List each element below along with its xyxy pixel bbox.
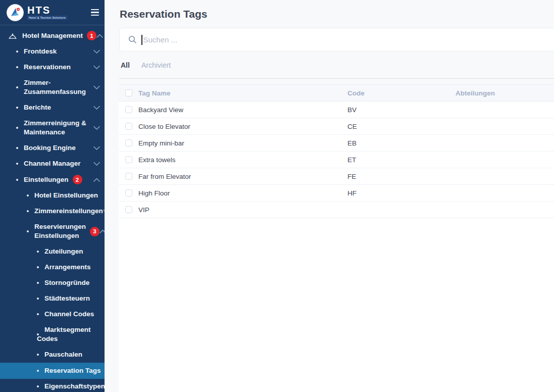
tags-table: Tag Name Code Abteilungen Backyard ViewB… [119, 84, 554, 392]
sidebar-item-label: MarktsegmentCodes [44, 325, 91, 344]
sidebar-item-zimmerreinigung-maintenance[interactable]: Zimmerreinigung &Maintenance [0, 116, 105, 140]
sidebar-item-arrangements[interactable]: Arrangements [0, 260, 105, 275]
chevron-down-icon [93, 50, 100, 54]
bullet-icon [16, 147, 18, 149]
sidebar-item-berichte[interactable]: Berichte [0, 100, 105, 116]
sidebar-item-label: Zimmereinstellungen [34, 207, 103, 216]
row-checkbox[interactable] [125, 106, 132, 113]
table-row[interactable]: Far from ElevatorFE [119, 168, 554, 185]
table-row[interactable]: Backyard ViewBV [119, 102, 554, 118]
row-checkbox-cell [119, 173, 138, 180]
table-row[interactable]: Close to ElevatorCE [119, 118, 554, 135]
sidebar-item-label: Frontdesk [24, 47, 57, 56]
notification-badge: 3 [90, 227, 99, 236]
tab-all[interactable]: All [121, 61, 130, 70]
chevron-up-icon [93, 178, 100, 182]
sidebar-item-zuteilungen[interactable]: Zuteilungen [0, 244, 105, 260]
row-checkbox[interactable] [125, 123, 132, 130]
bullet-icon [37, 266, 39, 268]
sidebar-item-label: ReservierungenEinstellungen [34, 222, 86, 240]
chevron-down-icon [93, 65, 100, 69]
row-checkbox[interactable] [125, 206, 132, 213]
sidebar-item-zimmereinstellungen[interactable]: Zimmereinstellungen [0, 204, 105, 219]
bullet-icon [27, 230, 29, 232]
sidebar: HTS Hotel & Tourism Solutions Hotel Mana… [0, 0, 105, 392]
sidebar-item-reservierungen-einstellungen[interactable]: ReservierungenEinstellungen3 [0, 219, 105, 244]
header-checkbox-cell [119, 89, 138, 96]
sidebar-item-eigenschaftstypen[interactable]: Eigenschaftstypen [0, 379, 105, 392]
table-row[interactable]: Extra towelsET [119, 152, 554, 168]
bullet-icon [37, 251, 39, 253]
sidebar-item-einstellungen[interactable]: Einstellungen2 [0, 172, 105, 188]
sidebar-item-zimmer-zusammenfassung[interactable]: Zimmer-Zusammenfassung [0, 75, 105, 100]
row-checkbox-cell [119, 156, 138, 163]
logo-subtitle: Hotel & Tourism Solutions [27, 16, 67, 20]
sidebar-item-reservationen[interactable]: Reservationen [0, 60, 105, 75]
sidebar-item-hotel-management[interactable]: Hotel Management1 [0, 28, 105, 44]
bullet-icon [27, 210, 29, 212]
tab-archiviert[interactable]: Archiviert [141, 61, 171, 70]
code-cell: CE [347, 123, 456, 130]
logo-link[interactable]: HTS Hotel & Tourism Solutions [7, 4, 67, 21]
bullet-icon [37, 282, 39, 284]
logo-text: HTS [27, 5, 67, 15]
sidebar-item-booking-engine[interactable]: Booking Engine [0, 140, 105, 156]
sidebar-item-stornogrunde[interactable]: Stornogründe [0, 275, 105, 291]
bullet-icon [37, 354, 39, 356]
tag-name-cell: Empty mini-bar [138, 139, 347, 147]
search-icon [128, 35, 137, 44]
table-row[interactable]: High FloorHF [119, 185, 554, 202]
sidebar-item-channel-codes[interactable]: Channel Codes [0, 307, 105, 322]
chevron-down-icon [93, 146, 100, 150]
table-row[interactable]: VIP [119, 202, 554, 218]
sidebar-item-reservation-tags[interactable]: Reservation Tags4 [0, 363, 105, 379]
row-checkbox[interactable] [125, 189, 132, 197]
sidebar-item-label: Städtesteuern [44, 294, 90, 303]
service-bell-icon [8, 32, 17, 40]
bullet-icon [16, 163, 18, 165]
bullet-icon [16, 86, 18, 88]
row-checkbox[interactable] [125, 139, 132, 146]
sidebar-toggle-hamburger-icon[interactable] [90, 7, 100, 18]
sidebar-item-label: Einstellungen [24, 175, 69, 184]
bullet-icon [37, 298, 39, 300]
sidebar-item-label: Booking Engine [24, 143, 76, 153]
select-all-checkbox[interactable] [125, 89, 132, 96]
sidebar-item-label: Eigenschaftstypen [44, 382, 105, 391]
chevron-up-icon [99, 229, 105, 233]
sidebar-nav: Hotel Management1 Frontdesk Reservatione… [0, 25, 105, 392]
table-row[interactable]: Empty mini-barEB [119, 135, 554, 152]
bullet-icon [16, 179, 18, 181]
sidebar-item-label: Zuteilungen [44, 247, 83, 256]
chevron-down-icon [93, 162, 100, 166]
sidebar-item-hotel-einstellungen[interactable]: Hotel Einstellungen [0, 188, 105, 204]
sidebar-item-label: Stornogründe [44, 278, 89, 287]
sidebar-item-pauschalen[interactable]: Pauschalen [0, 347, 105, 363]
row-checkbox[interactable] [125, 156, 132, 163]
hts-logo-icon [7, 4, 24, 21]
hts-logo-mark [9, 6, 22, 19]
sidebar-item-label: Pauschalen [44, 350, 82, 359]
bullet-icon [37, 370, 39, 372]
chevron-up-icon [96, 34, 103, 38]
bullet-icon [16, 107, 18, 109]
notification-badge: 2 [73, 175, 82, 184]
code-cell: ET [347, 156, 456, 164]
search-input[interactable] [142, 35, 554, 44]
sidebar-item-frontdesk[interactable]: Frontdesk [0, 44, 105, 60]
bullet-icon [37, 385, 39, 387]
sidebar-item-label: Hotel Einstellungen [34, 191, 98, 200]
tag-name-cell: Backyard View [138, 106, 347, 114]
bullet-icon [37, 313, 39, 315]
code-cell: HF [347, 189, 456, 197]
row-checkbox[interactable] [125, 173, 132, 180]
sidebar-item-marktsegment-codes[interactable]: MarktsegmentCodes [0, 322, 105, 347]
sidebar-item-label: Channel Codes [44, 310, 94, 319]
tag-name-cell: Far from Elevator [138, 173, 347, 180]
code-cell: EB [347, 139, 456, 147]
sidebar-item-label: Channel Manager [24, 159, 81, 168]
row-checkbox-cell [119, 206, 138, 213]
sidebar-item-channel-manager[interactable]: Channel Manager [0, 156, 105, 172]
sidebar-item-stadtesteuern[interactable]: Städtesteuern [0, 291, 105, 307]
code-cell: FE [347, 173, 456, 180]
